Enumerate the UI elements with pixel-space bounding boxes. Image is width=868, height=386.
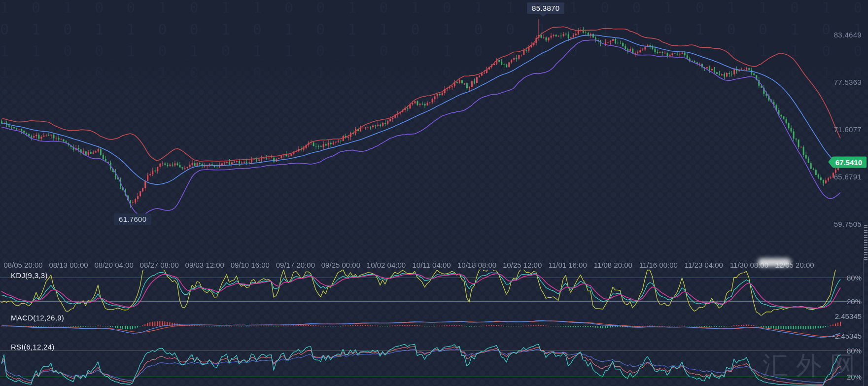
trading-chart-screen: 1 0 1 0 0 1 0 1 1 0 0 1 0 1 0 1 1 0 1 0 … bbox=[0, 0, 868, 386]
chart-canvas[interactable] bbox=[0, 0, 868, 386]
axis-scroll-handle[interactable] bbox=[864, 225, 868, 262]
